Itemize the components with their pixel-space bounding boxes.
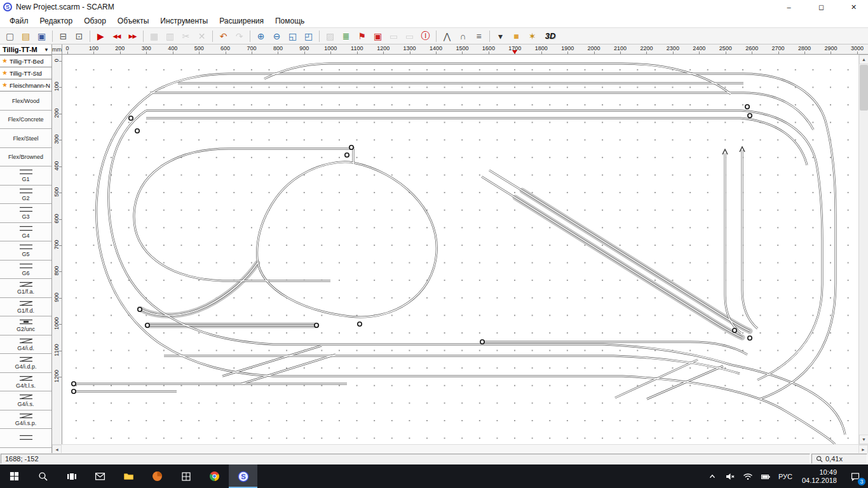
zoom-window-button[interactable]: ◱	[285, 29, 301, 43]
menu-item-3[interactable]: Объекты	[112, 15, 155, 27]
view-3d-button[interactable]: 3D	[540, 29, 560, 43]
track-segment[interactable]	[604, 344, 731, 365]
save-button[interactable]: ▣	[34, 29, 50, 43]
track-segment[interactable]	[604, 344, 731, 365]
track-segment[interactable]	[741, 118, 807, 165]
prev-point-button[interactable]: ◀◀	[109, 29, 125, 43]
flashlight-button[interactable]: ✶	[524, 29, 540, 43]
track-button-G4/i.d.p.[interactable]: G4/i.d.p.	[0, 354, 51, 373]
insert-image-button[interactable]: ▨	[322, 29, 338, 43]
track-button-G1/f.a.[interactable]: G1/f.a.	[0, 279, 51, 298]
layers-button[interactable]: ≣	[338, 29, 354, 43]
track-segment[interactable]	[742, 150, 757, 329]
track-segment[interactable]	[647, 366, 723, 399]
track-segment[interactable]	[97, 90, 623, 376]
track-segment[interactable]	[489, 170, 522, 191]
print-preview-button[interactable]: ⊡	[71, 29, 87, 43]
taskbar-app-explorer[interactable]	[114, 464, 143, 488]
tool-b-button[interactable]: ▭	[402, 29, 417, 43]
selected-track-info-button[interactable]: ▣	[370, 29, 386, 43]
first-point-button[interactable]: ▶	[93, 29, 109, 43]
track-segment[interactable]	[623, 376, 787, 412]
track-endpoint[interactable]	[358, 322, 362, 326]
track-button-G2/unc[interactable]: G2/unc	[0, 316, 51, 336]
start-button[interactable]	[0, 464, 29, 488]
menu-item-5[interactable]: Расширения	[214, 15, 269, 27]
track-segment[interactable]	[109, 111, 604, 344]
horizontal-scrollbar[interactable]: ◄ ►	[52, 444, 868, 453]
taskbar-app-chrome[interactable]	[200, 464, 229, 488]
open-folder-button[interactable]: ▤	[18, 29, 34, 43]
track-segment[interactable]	[134, 149, 355, 281]
track-endpoint[interactable]	[748, 336, 752, 340]
volume-button[interactable]	[721, 464, 739, 488]
track-segment[interactable]	[109, 111, 604, 344]
track-button-G2[interactable]: G2	[0, 186, 51, 205]
track-button-G4/t.l.s.[interactable]: G4/t.l.s.	[0, 373, 51, 392]
track-segment[interactable]	[156, 74, 743, 90]
close-button[interactable]: ✕	[839, 0, 868, 14]
track-button-Flex/Wood[interactable]: Flex/Wood	[0, 92, 51, 111]
scroll-down-button[interactable]: ▼	[859, 435, 868, 444]
next-point-button[interactable]: ▶▶	[125, 29, 140, 43]
track-endpoint[interactable]	[72, 390, 76, 393]
tool-a-button[interactable]: ▭	[386, 29, 402, 43]
copy-button[interactable]: ▦	[146, 29, 162, 43]
track-segment[interactable]	[156, 74, 743, 90]
track-button-Flex/Steel[interactable]: Flex/Steel	[0, 129, 51, 148]
track-segment[interactable]	[257, 162, 437, 317]
menu-item-0[interactable]: Файл	[4, 15, 34, 27]
taskbar-app-mail[interactable]	[86, 464, 114, 488]
track-segment[interactable]	[757, 164, 822, 380]
cut-button[interactable]: ✂	[178, 29, 194, 43]
undo-button[interactable]: ↶	[215, 29, 231, 43]
library-selector[interactable]: Tillig-TT-M ▼	[0, 44, 51, 55]
bridge-button[interactable]: ⋀	[439, 29, 455, 43]
scroll-right-button[interactable]: ►	[858, 445, 868, 454]
print-button[interactable]: ⊟	[55, 29, 71, 43]
track-button-extra[interactable]	[0, 429, 51, 448]
paste-button[interactable]: ▥	[162, 29, 178, 43]
minimize-button[interactable]: –	[775, 0, 803, 14]
zoom-fit-button[interactable]: ◰	[301, 29, 316, 43]
redo-button[interactable]: ↷	[231, 29, 247, 43]
zoom-out-button[interactable]: ⊖	[269, 29, 285, 43]
track-button-G1[interactable]: G1	[0, 166, 51, 186]
vertical-scroll-thumb[interactable]	[860, 65, 868, 111]
track-endpoint[interactable]	[138, 308, 142, 311]
action-center-button[interactable]: 3	[843, 464, 868, 488]
track-button-G1/f.d.[interactable]: G1/f.d.	[0, 298, 51, 317]
track-button-G5[interactable]: G5	[0, 241, 51, 261]
track-segment[interactable]	[760, 126, 836, 399]
track-segment[interactable]	[97, 90, 623, 376]
track-endpoint[interactable]	[129, 116, 133, 120]
track-segment[interactable]	[690, 342, 747, 355]
track-segment[interactable]	[725, 153, 741, 333]
track-button-G3[interactable]: G3	[0, 204, 51, 223]
figures-button[interactable]: ⚑	[354, 29, 370, 43]
favorite-library-2[interactable]: ★Fleischmann-N	[0, 79, 51, 92]
language-selector[interactable]: РУС	[775, 464, 796, 488]
new-file-button[interactable]: ▢	[2, 29, 18, 43]
track-endpoint[interactable]	[733, 329, 736, 332]
favorite-library-1[interactable]: ★Tillig-TT-Std	[0, 67, 51, 79]
track-endpoint[interactable]	[135, 129, 139, 133]
track-button-Flex/Concrete[interactable]: Flex/Concrete	[0, 111, 51, 130]
menu-item-2[interactable]: Обзор	[78, 15, 112, 27]
track-endpoint[interactable]	[748, 114, 752, 118]
track-button-G4/i.s.[interactable]: G4/i.s.	[0, 391, 51, 410]
track-endpoint[interactable]	[315, 323, 318, 327]
track-button-G4/i.s.p.[interactable]: G4/i.s.p.	[0, 410, 51, 430]
track-segment[interactable]	[614, 356, 740, 374]
track-button-G6[interactable]: G6	[0, 261, 51, 280]
track-segment[interactable]	[731, 365, 845, 435]
object-box-button[interactable]: ■	[508, 29, 524, 43]
menu-item-6[interactable]: Помощь	[269, 15, 310, 27]
track-segment[interactable]	[264, 64, 329, 79]
track-segment[interactable]	[257, 162, 437, 317]
taskbar-clock[interactable]: 10:49 04.12.2018	[796, 464, 843, 488]
track-endpoint[interactable]	[146, 323, 149, 327]
drawing-canvas[interactable]	[62, 55, 858, 444]
search-button[interactable]	[29, 464, 57, 488]
track-endpoint[interactable]	[480, 340, 484, 344]
